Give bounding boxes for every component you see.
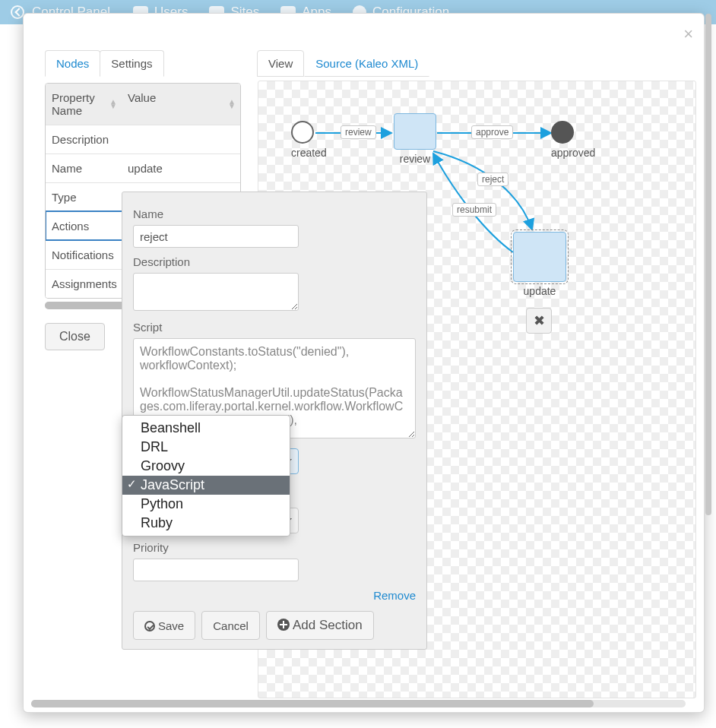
sort-icon: ▲▼ [109,100,117,109]
label-priority: Priority [133,541,416,554]
start-circle-icon [291,121,314,144]
property-header: Property Name▲▼ Value▲▼ [46,84,240,125]
plus-circle-icon [277,619,290,631]
tab-view[interactable]: View [257,50,304,77]
tab-source[interactable]: Source (Kaleo XML) [304,50,429,77]
action-priority-input[interactable] [133,559,299,581]
node-created[interactable]: created [291,121,327,159]
action-name-input[interactable] [133,225,299,248]
modal-vertical-scrollbar[interactable] [705,14,711,712]
edge-label-reject[interactable]: reject [477,173,508,186]
option-beanshell[interactable]: Beanshell [122,419,290,438]
property-row-name[interactable]: Nameupdate [46,154,240,182]
property-row-description[interactable]: Description [46,125,240,154]
save-button[interactable]: Save [133,611,195,640]
option-javascript[interactable]: JavaScript [122,476,290,495]
task-icon [394,113,436,150]
left-tabs: Nodes Settings [45,50,241,77]
option-python[interactable]: Python [122,495,290,514]
remove-action-link[interactable]: Remove [133,589,416,602]
option-groovy[interactable]: Groovy [122,457,290,476]
add-section-button[interactable]: Add Section [266,611,374,640]
label-name: Name [133,207,416,220]
edge-label-review[interactable]: review [341,125,376,139]
modal-horizontal-scrollbar[interactable] [31,700,686,707]
label-script: Script [133,321,416,334]
col-value[interactable]: Value▲▼ [122,84,240,125]
tab-settings[interactable]: Settings [100,50,163,77]
action-description-input[interactable] [133,273,299,311]
close-button[interactable]: Close [45,323,105,350]
check-circle-icon [144,621,155,631]
label-description: Description [133,255,416,268]
delete-node-button[interactable]: ✖ [526,308,552,334]
node-review[interactable]: review [394,113,436,165]
cancel-button[interactable]: Cancel [201,611,260,640]
sort-icon: ▲▼ [228,100,236,109]
close-icon[interactable]: × [683,24,693,44]
tab-nodes[interactable]: Nodes [45,50,100,77]
end-circle-icon [551,121,574,144]
option-ruby[interactable]: Ruby [122,514,290,533]
right-tabs: View Source (Kaleo XML) [258,50,695,77]
script-language-dropdown[interactable]: Beanshell DRL Groovy JavaScript Python R… [122,415,290,537]
edge-label-resubmit[interactable]: resubmit [452,203,496,217]
col-property-name[interactable]: Property Name▲▼ [46,84,122,125]
node-update[interactable]: update [513,232,566,297]
task-icon [513,232,566,282]
node-approved[interactable]: approved [551,121,595,159]
option-drl[interactable]: DRL [122,438,290,457]
edge-label-approve[interactable]: approve [471,125,513,139]
